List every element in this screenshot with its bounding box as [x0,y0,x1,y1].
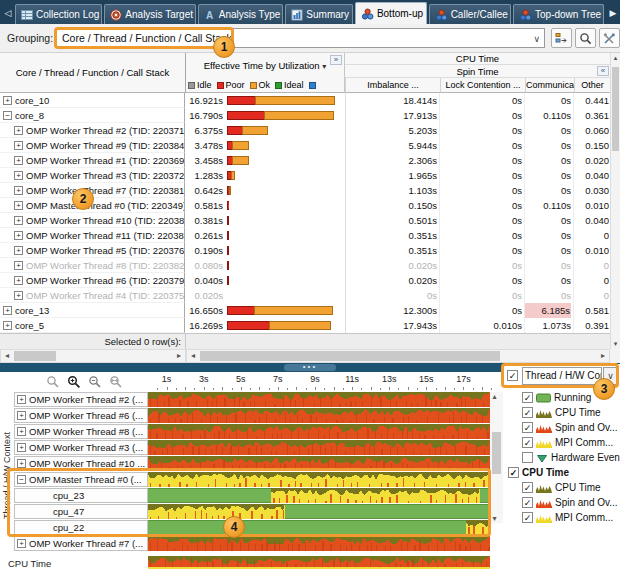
table-row[interactable]: +OMP Worker Thread #4 (TID: 220375)0.020… [0,288,610,303]
scrollbar-thumb[interactable] [492,432,501,474]
expand-icon[interactable]: + [3,321,12,330]
scroll-up-icon[interactable]: ▴ [490,392,499,401]
scroll-down-icon[interactable]: ▾ [490,514,499,523]
table-row[interactable]: +OMP Worker Thread #1 (TID: 220369)3.458… [0,153,610,168]
tree-cell[interactable]: +core_10 [0,93,185,108]
scroll-left-icon[interactable]: ◂ [1,350,13,362]
expand-icon[interactable]: + [14,156,23,165]
column-header-effective-time[interactable]: Effective Time by Utilization ▾ » [186,53,345,78]
table-row[interactable]: +OMP Worker Thread #2 (TID: 220371)6.375… [0,123,610,138]
timeline-row-chart[interactable] [148,504,490,519]
scroll-down-icon[interactable]: ▾ [611,340,620,348]
expand-icon[interactable]: + [14,171,23,180]
tab-summary[interactable]: Summary [285,4,353,24]
scroll-right-icon[interactable]: ▸ [597,350,609,362]
grouping-structure-button[interactable] [551,28,572,48]
legend-checkbox[interactable]: ✓ [522,392,533,403]
timeline-row-chart[interactable] [148,456,490,471]
timeline-ruler[interactable]: 1s3s5s7s9s11s13s15s17s [148,372,493,391]
expand-icon[interactable]: + [17,411,26,420]
expand-icon[interactable]: + [17,443,26,452]
expand-icon[interactable]: + [14,201,23,210]
zoom-pan-button[interactable] [109,375,123,389]
table-row[interactable]: +core_1316.650s12.300s0s6.185s0.581 [0,303,610,318]
expand-icon[interactable]: + [14,216,23,225]
legend-band-select-arrow-icon[interactable]: ∨ [603,367,618,385]
legend-master-checkbox[interactable]: ✓ [507,370,518,381]
timeline-row-label[interactable]: +OMP Worker Thread #3 (... [14,440,148,455]
tab-caller-callee[interactable]: Caller/Callee [429,4,511,24]
table-row[interactable]: +OMP Worker Thread #5 (TID: 220376)0.190… [0,243,610,258]
timeline-row-label[interactable]: cpu_22 [14,520,148,535]
tab-bottom-up[interactable]: Bottom-up [355,2,427,24]
tab-analysis-type[interactable]: AAnalysis Type [198,4,284,24]
tree-cell[interactable]: +OMP Worker Thread #2 (TID: 220371) [0,123,185,138]
scrollbar-thumb[interactable] [612,67,619,151]
column-header-spin-time[interactable]: Spin Time « [345,65,610,78]
tree-cell[interactable]: +OMP Worker Thread #7 (TID: 220381) [0,183,185,198]
tab-analysis-target[interactable]: Analysis Target [104,4,195,24]
scrollbar-thumb[interactable] [14,351,56,361]
scrollbar-thumb[interactable] [200,351,500,361]
timeline-row-chart[interactable] [148,392,490,407]
data-horizontal-scrollbar[interactable]: ◂ ▸ [186,349,610,363]
tree-cell[interactable]: +OMP Worker Thread #6 (TID: 220379) [0,273,185,288]
column-header-other[interactable]: Other [574,78,610,93]
expand-icon[interactable]: + [17,395,26,404]
tree-cell[interactable]: +OMP Worker Thread #3 (TID: 220372) [0,168,185,183]
expand-icon[interactable]: + [14,276,23,285]
search-button[interactable] [575,28,596,48]
scroll-right-icon[interactable]: ▸ [173,350,185,362]
expand-icon[interactable]: + [17,539,26,548]
zoom-in-button[interactable] [67,375,81,389]
expand-icon[interactable]: + [14,261,23,270]
timeline-row-label[interactable]: +OMP Worker Thread #6 (... [14,408,148,423]
tree-cell[interactable]: +OMP Worker Thread #4 (TID: 220375) [0,288,185,303]
tree-cell[interactable]: +OMP Worker Thread #9 (TID: 220384) [0,138,185,153]
chevron-down-icon[interactable]: ∨ [533,30,540,48]
legend-checkbox[interactable]: ✓ [508,467,519,478]
customize-button[interactable] [599,28,620,48]
tree-cell[interactable]: +OMP Worker Thread #10 (TID: 220386) [0,213,185,228]
legend-checkbox[interactable]: ✓ [522,512,533,523]
tree-cell[interactable]: +OMP Worker Thread #8 (TID: 220382) [0,258,185,273]
legend-checkbox[interactable]: ✓ [522,437,533,448]
timeline-row-label[interactable]: cpu_47 [14,504,148,519]
tree-cell[interactable]: +core_13 [0,303,185,318]
expand-icon[interactable]: + [14,141,23,150]
column-header-communication[interactable]: Communication... [525,78,574,93]
expand-icon[interactable]: + [3,306,12,315]
table-row[interactable]: −core_816.790s17.913s0s0.110s0.361 [0,108,610,123]
column-header-imbalance[interactable]: Imbalance ... [345,78,440,93]
timeline-row-chart[interactable] [148,408,490,423]
expand-icon[interactable]: + [3,96,12,105]
tree-cell[interactable]: +core_5 [0,318,185,333]
column-header-tree[interactable]: Core / Thread / Function / Call Stack [0,53,186,93]
zoom-selection-button[interactable] [46,375,60,389]
scroll-up-icon[interactable]: ▴ [611,54,620,62]
grouping-select[interactable]: Core / Thread / Function / Call Stack ∨ [55,28,545,48]
timeline-row-chart[interactable] [148,536,490,551]
timeline-row-chart[interactable] [148,488,490,503]
expand-column-icon[interactable]: » [330,55,342,65]
timeline-vertical-scrollbar[interactable]: ▴ ▾ [490,392,503,523]
splitter-handle-icon[interactable]: ••• [284,364,336,371]
tab-collection-log[interactable]: Collection Log [15,4,102,24]
table-row[interactable]: +OMP Worker Thread #11 (TID: 220388)0.26… [0,228,610,243]
table-row[interactable]: +core_516.269s17.943s0.010s1.073s0.391 [0,318,610,333]
table-row[interactable]: +OMP Worker Thread #8 (TID: 220382)0.080… [0,258,610,273]
timeline-row-chart[interactable] [148,520,490,535]
timeline-row-label[interactable]: +OMP Worker Thread #2 (... [14,392,148,407]
collapse-column-icon[interactable]: « [597,66,609,76]
tab-top-down-tree[interactable]: Top-down Tree [513,4,604,24]
legend-checkbox[interactable]: ✓ [522,482,533,493]
tab-scroll-right-icon[interactable]: ▶ [606,3,620,23]
table-row[interactable]: +core_1016.921s18.414s0s0s0.441 [0,93,610,108]
column-header-cpu-time[interactable]: CPU Time [345,53,610,65]
grid-vertical-scrollbar[interactable]: ▴ ▾ [610,53,620,349]
expand-icon[interactable]: + [14,246,23,255]
expand-icon[interactable]: + [14,291,23,300]
timeline-row-label[interactable]: +OMP Worker Thread #7 (... [14,536,148,551]
table-row[interactable]: +OMP Worker Thread #6 (TID: 220379)0.040… [0,273,610,288]
timeline-row-label[interactable]: +OMP Worker Thread #10 ... [14,456,148,471]
